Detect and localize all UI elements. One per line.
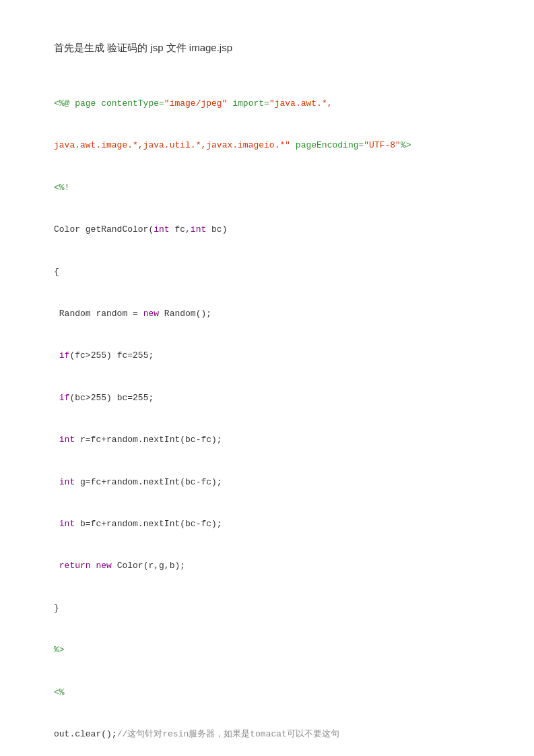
code-line: <%! xyxy=(54,181,480,195)
code-line: Random random = new Random(); xyxy=(54,307,480,321)
page-title: 首先是生成 验证码的 jsp 文件 image.jsp xyxy=(54,40,480,56)
code-line: if(bc>255) bc=255; xyxy=(54,391,480,406)
code-line: java.awt.image.*,java.util.*,javax.image… xyxy=(54,139,480,153)
code-line: <%@ page contentType="image/jpeg" import… xyxy=(54,97,480,111)
code-line: if(fc>255) fc=255; xyxy=(54,349,480,363)
code-line: int b=fc+random.nextInt(bc-fc); xyxy=(54,517,480,532)
code-line: %> xyxy=(54,643,480,658)
code-block: <%@ page contentType="image/jpeg" import… xyxy=(54,69,480,757)
code-line: <% xyxy=(54,686,480,700)
code-line: int r=fc+random.nextInt(bc-fc); xyxy=(54,433,480,447)
code-line: { xyxy=(54,265,480,280)
code-line: } xyxy=(54,602,480,616)
code-line: out.clear();//这句针对resin服务器，如果是tomacat可以不… xyxy=(54,728,480,742)
code-line: int g=fc+random.nextInt(bc-fc); xyxy=(54,476,480,490)
code-line: return new Color(r,g,b); xyxy=(54,559,480,573)
code-line: Color getRandColor(int fc,int bc) xyxy=(54,223,480,237)
